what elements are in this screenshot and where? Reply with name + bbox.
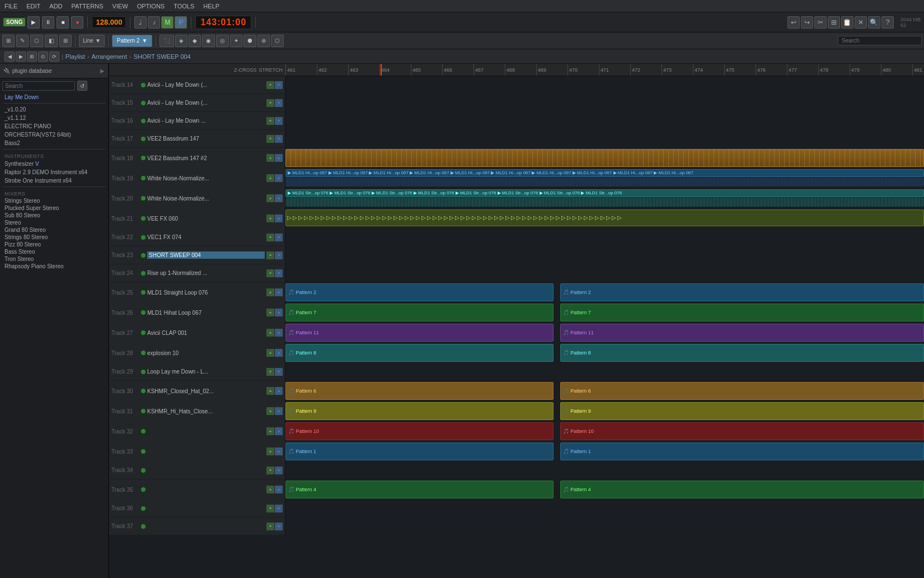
breadcrumb-pattern[interactable]: SHORT SWEEP 004 (134, 53, 191, 60)
cut-icon[interactable]: ✂ (814, 16, 827, 29)
track-25-block2[interactable]: 🎵 Pattern 2 (560, 283, 924, 301)
mixer-icon[interactable]: M (161, 16, 173, 29)
track-22-solo[interactable]: + (275, 234, 283, 241)
copy-icon[interactable]: ⊞ (828, 16, 840, 29)
track-27-content[interactable]: 🎵 Pattern 11 🎵 Pattern 11 (285, 323, 924, 343)
track-31-block2[interactable]: 🎵 Pattern 9 (560, 402, 924, 420)
playlist-clip-btn[interactable]: ⬡ (271, 35, 284, 47)
track-17-solo[interactable]: + (275, 135, 283, 143)
track-32-led[interactable] (141, 429, 146, 434)
track-19-solo[interactable]: + (275, 174, 283, 182)
ruler-marks[interactable]: 461 462 463 464 465 466 467 468 469 470 … (285, 64, 924, 76)
plugin-item-epiano[interactable]: ELECTRIC PIANO (2, 122, 106, 130)
track-20-solo[interactable]: + (275, 194, 283, 202)
playlist-glue-btn[interactable]: ◉ (202, 35, 215, 47)
track-14-content[interactable] (285, 76, 924, 94)
track-16-solo[interactable]: + (275, 117, 283, 125)
track-36-led[interactable] (141, 506, 146, 511)
record-button[interactable]: ● (71, 16, 83, 29)
track-29-solo[interactable]: + (275, 368, 283, 376)
mixer-strings80[interactable]: Strings 80 Stereo (2, 234, 106, 241)
pause-button[interactable]: ⏸ (42, 16, 54, 29)
track-23-led[interactable] (141, 253, 146, 258)
track-17-content[interactable] (285, 130, 924, 147)
undo-icon[interactable]: ↩ (787, 16, 800, 29)
track-30-block2[interactable]: 🎵 Pattern 6 (560, 382, 924, 400)
track-16-content[interactable] (285, 112, 924, 129)
track-23-mute[interactable]: + (266, 251, 274, 259)
playlist-mute-btn[interactable]: ◎ (216, 35, 229, 47)
plugin-item-orchestra[interactable]: ORCHESTRA(VST2 64bit) (2, 130, 106, 139)
track-22-content[interactable] (285, 229, 924, 246)
mixer-tron[interactable]: Tron Stereo (2, 255, 106, 263)
track-25-mute[interactable]: + (266, 288, 274, 296)
track-32-mute[interactable]: + (266, 427, 274, 435)
redo-icon[interactable]: ↪ (801, 16, 813, 29)
plugin-item-v1020[interactable]: _v1.0.20 (2, 105, 106, 114)
track-33-block1[interactable]: 🎵 Pattern 1 (285, 442, 554, 460)
track-34-mute[interactable]: + (266, 467, 274, 474)
track-30-led[interactable] (141, 389, 146, 393)
select-button[interactable]: ◧ (45, 35, 58, 47)
paint-button[interactable]: ⬡ (30, 35, 43, 47)
track-24-solo[interactable]: + (275, 269, 283, 277)
track-14-led[interactable] (141, 83, 146, 87)
track-28-solo[interactable]: + (275, 349, 283, 357)
track-35-block2[interactable]: 🎵 Pattern 4 (560, 481, 924, 498)
track-21-led[interactable] (141, 216, 146, 221)
track-34-solo[interactable]: + (275, 467, 283, 474)
track-17-mute[interactable]: + (266, 135, 274, 143)
draw-button[interactable]: ✎ (16, 35, 29, 47)
playlist-merge-btn[interactable]: ◆ (189, 35, 201, 47)
track-24-led[interactable] (141, 271, 146, 276)
menu-help[interactable]: HELP (201, 2, 222, 11)
track-25-solo[interactable]: + (275, 288, 283, 296)
mixer-pizz80[interactable]: Pizz 80 Stereo (2, 241, 106, 248)
track-19-led[interactable] (141, 176, 146, 180)
track-26-content[interactable]: 🎵 Pattern 7 🎵 Pattern 7 (285, 302, 924, 323)
menu-edit[interactable]: EDIT (24, 2, 43, 11)
track-35-block1[interactable]: 🎵 Pattern 4 (285, 481, 554, 498)
track-31-block1[interactable]: 🎵 Pattern 9 (285, 402, 554, 420)
track-20-content[interactable]: ▶ MLD1 Str...op 076 ▶ MLD1 Str...op 076 … (285, 188, 924, 208)
search-input[interactable] (838, 36, 922, 45)
track-24-content[interactable] (285, 264, 924, 282)
track-32-solo[interactable]: + (275, 427, 283, 435)
track-32-block2[interactable]: 🎵 Pattern 10 (560, 422, 924, 440)
track-31-solo[interactable]: + (275, 407, 283, 415)
snap-icon[interactable]: ⊙ (38, 52, 48, 62)
playlist-mix-btn[interactable]: ⬛ (160, 35, 174, 47)
track-25-block1[interactable]: 🎵 Pattern 2 (285, 283, 554, 301)
track-37-mute[interactable]: + (266, 523, 274, 530)
play-button[interactable]: ▶ (27, 16, 40, 29)
metronome-icon[interactable]: ♩ (134, 16, 147, 29)
track-23-solo[interactable]: + (275, 251, 283, 259)
track-27-block1[interactable]: 🎵 Pattern 11 (285, 324, 554, 342)
track-18-solo[interactable]: + (275, 154, 283, 162)
mixer-rhapsody[interactable]: Rhapsody Piano Stereo (2, 263, 106, 270)
track-scroll[interactable]: Track 14 Avicii - Lay Me Down (... + + T… (109, 76, 924, 578)
track-29-mute[interactable]: + (266, 368, 274, 376)
plugin-item-bass2[interactable]: Bass2 (2, 139, 106, 147)
arrange-icon[interactable]: ⊞ (27, 52, 37, 62)
mixer-strings[interactable]: Strings Stereo (2, 197, 106, 204)
track-33-block2[interactable]: 🎵 Pattern 1 (560, 442, 924, 460)
nav-next[interactable]: ▶ (16, 52, 26, 62)
track-29-content[interactable] (285, 363, 924, 380)
track-20-led[interactable] (141, 196, 146, 201)
track-34-led[interactable] (141, 468, 146, 473)
track-18-block[interactable] (285, 149, 924, 167)
track-28-block1[interactable]: 🎵 Pattern 8 (285, 344, 554, 362)
track-21-solo[interactable]: + (275, 215, 283, 222)
menu-add[interactable]: ADD (47, 2, 64, 11)
menu-options[interactable]: OPTIONS (135, 2, 167, 11)
stop-button[interactable]: ■ (57, 16, 69, 29)
track-22-led[interactable] (141, 235, 146, 240)
loop-icon[interactable]: ⟳ (49, 52, 59, 62)
track-30-solo[interactable]: + (275, 387, 283, 395)
track-33-led[interactable] (141, 449, 146, 454)
track-19-label-block[interactable]: ▶ MLD1 Hi...op 067 ▶ MLD1 Hi...op 067 ▶ … (285, 169, 924, 177)
plugin-item-laymedown[interactable]: Lay Me Down (2, 93, 106, 101)
track-14-mute[interactable]: + (266, 81, 274, 89)
track-28-block2[interactable]: 🎵 Pattern 8 (560, 344, 924, 362)
